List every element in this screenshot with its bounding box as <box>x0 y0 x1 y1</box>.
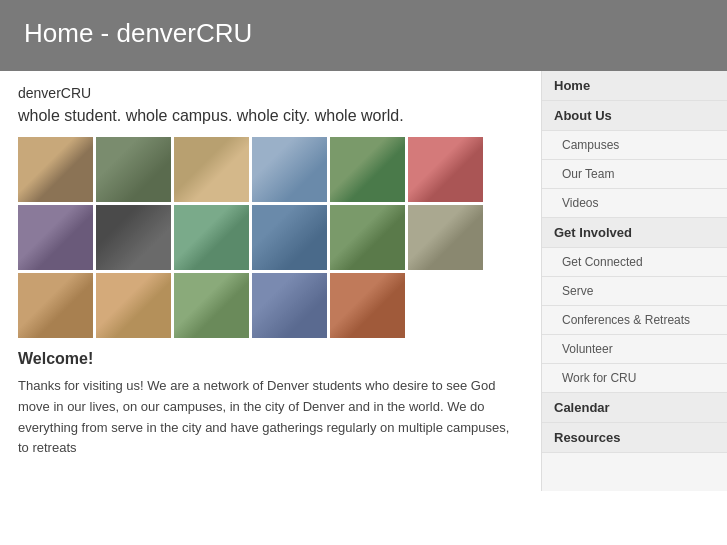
photo-11[interactable] <box>330 205 405 270</box>
photo-15[interactable] <box>174 273 249 338</box>
site-name: denverCRU <box>18 85 523 101</box>
photo-2[interactable] <box>96 137 171 202</box>
tagline: whole student. whole campus. whole city.… <box>18 107 523 125</box>
sidebar-item-videos[interactable]: Videos <box>542 189 727 218</box>
sidebar-item-conferences-retreats[interactable]: Conferences & Retreats <box>542 306 727 335</box>
photo-12[interactable] <box>408 205 483 270</box>
welcome-section: Welcome! Thanks for visiting us! We are … <box>18 350 523 459</box>
sidebar-item-resources[interactable]: Resources <box>542 423 727 453</box>
page-title: Home - denverCRU <box>24 18 703 49</box>
welcome-heading: Welcome! <box>18 350 523 368</box>
sidebar-item-campuses[interactable]: Campuses <box>542 131 727 160</box>
photo-1[interactable] <box>18 137 93 202</box>
sidebar-item-about-us[interactable]: About Us <box>542 101 727 131</box>
page-header: Home - denverCRU <box>0 0 727 71</box>
main-layout: denverCRU whole student. whole campus. w… <box>0 71 727 491</box>
sidebar-item-get-involved[interactable]: Get Involved <box>542 218 727 248</box>
main-content: denverCRU whole student. whole campus. w… <box>0 71 542 491</box>
sidebar: HomeAbout UsCampusesOur TeamVideosGet In… <box>542 71 727 491</box>
sidebar-item-get-connected[interactable]: Get Connected <box>542 248 727 277</box>
photo-5[interactable] <box>330 137 405 202</box>
sidebar-item-home[interactable]: Home <box>542 71 727 101</box>
photo-13[interactable] <box>18 273 93 338</box>
sidebar-item-our-team[interactable]: Our Team <box>542 160 727 189</box>
sidebar-item-work-for-cru[interactable]: Work for CRU <box>542 364 727 393</box>
photo-grid <box>18 137 523 338</box>
photo-17[interactable] <box>330 273 405 338</box>
photo-6[interactable] <box>408 137 483 202</box>
photo-16[interactable] <box>252 273 327 338</box>
photo-3[interactable] <box>174 137 249 202</box>
photo-7[interactable] <box>18 205 93 270</box>
sidebar-item-serve[interactable]: Serve <box>542 277 727 306</box>
sidebar-item-volunteer[interactable]: Volunteer <box>542 335 727 364</box>
photo-10[interactable] <box>252 205 327 270</box>
photo-4[interactable] <box>252 137 327 202</box>
photo-9[interactable] <box>174 205 249 270</box>
welcome-text: Thanks for visiting us! We are a network… <box>18 376 523 459</box>
sidebar-item-calendar[interactable]: Calendar <box>542 393 727 423</box>
photo-14[interactable] <box>96 273 171 338</box>
photo-8[interactable] <box>96 205 171 270</box>
